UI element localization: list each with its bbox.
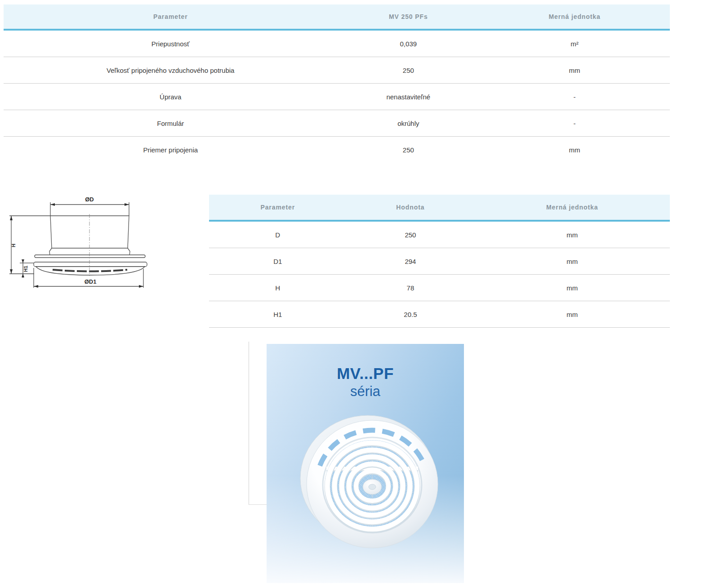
container-divider: [249, 342, 267, 505]
column-header: Merná jednotka: [474, 195, 670, 221]
table-cell: Priepustnosť: [4, 30, 337, 57]
table-cell: H1: [209, 301, 346, 328]
table-cell: okrúhly: [337, 110, 479, 137]
diagram-label-d1: ØD1: [85, 278, 97, 285]
table-cell: Formulár: [4, 110, 337, 137]
diagram-label-d: ØD: [85, 196, 94, 203]
table-cell: mm: [474, 248, 670, 275]
column-header: Merná jednotka: [479, 4, 670, 30]
table-cell: m²: [479, 30, 670, 57]
table-cell: Veľkosť pripojeného vzduchového potrubia: [4, 57, 337, 84]
table-cell: 294: [346, 248, 474, 275]
table-cell: -: [479, 110, 670, 137]
table-cell: 20.5: [346, 301, 474, 328]
table-row: D1294mm: [209, 248, 670, 275]
table-cell: 250: [337, 57, 479, 84]
diagram-mounting-bar: [35, 255, 145, 258]
table-cell: mm: [479, 137, 670, 163]
dimensions-table: ParameterHodnotaMerná jednotka D250mmD12…: [209, 195, 670, 328]
spec-table: ParameterMV 250 PFsMerná jednotka Priepu…: [4, 4, 670, 163]
table-cell: mm: [474, 275, 670, 301]
table-row: H78mm: [209, 275, 670, 301]
table-cell: 78: [346, 275, 474, 301]
diagram-spigot: [50, 216, 129, 248]
table-row: Formulárokrúhly-: [4, 110, 670, 137]
header-row: ParameterHodnotaMerná jednotka: [209, 195, 670, 221]
column-header: Parameter: [209, 195, 346, 221]
column-header: MV 250 PFs: [337, 4, 479, 30]
table-cell: -: [479, 84, 670, 110]
table-cell: D1: [209, 248, 346, 275]
table-cell: D: [209, 221, 346, 248]
spec-table-body: Priepustnosť0,039m²Veľkosť pripojeného v…: [4, 30, 670, 163]
table-row: Veľkosť pripojeného vzduchového potrubia…: [4, 57, 670, 84]
product-card: MV...PF séria: [267, 344, 464, 583]
table-cell: Priemer pripojenia: [4, 137, 337, 163]
table-cell: 0,039: [337, 30, 479, 57]
product-image: [267, 344, 464, 583]
table-row: Priemer pripojenia250mm: [4, 137, 670, 163]
table-cell: H: [209, 275, 346, 301]
table-cell: mm: [474, 301, 670, 328]
dimensions-table-header: ParameterHodnotaMerná jednotka: [209, 195, 670, 221]
column-header: Parameter: [4, 4, 337, 30]
column-header: Hodnota: [346, 195, 474, 221]
diagram-label-h: H: [11, 244, 16, 247]
table-cell: nenastaviteľné: [337, 84, 479, 110]
spec-table-header: ParameterMV 250 PFsMerná jednotka: [4, 4, 670, 30]
table-row: H120.5mm: [209, 301, 670, 328]
diagram-label-h1: H1: [23, 266, 28, 272]
table-row: Priepustnosť0,039m²: [4, 30, 670, 57]
table-row: Úpravanenastaviteľné-: [4, 84, 670, 110]
table-cell: mm: [474, 221, 670, 248]
table-cell: 250: [346, 221, 474, 248]
table-cell: Úprava: [4, 84, 337, 110]
page: ParameterMV 250 PFsMerná jednotka Priepu…: [0, 0, 713, 588]
table-cell: mm: [479, 57, 670, 84]
header-row: ParameterMV 250 PFsMerná jednotka: [4, 4, 670, 30]
table-cell: 250: [337, 137, 479, 163]
table-row: D250mm: [209, 221, 670, 248]
dimensions-table-body: D250mmD1294mmH78mmH120.5mm: [209, 221, 670, 328]
dimension-diagram: ØD ØD1 H H1: [8, 192, 148, 288]
diagram-flange: [34, 262, 147, 267]
